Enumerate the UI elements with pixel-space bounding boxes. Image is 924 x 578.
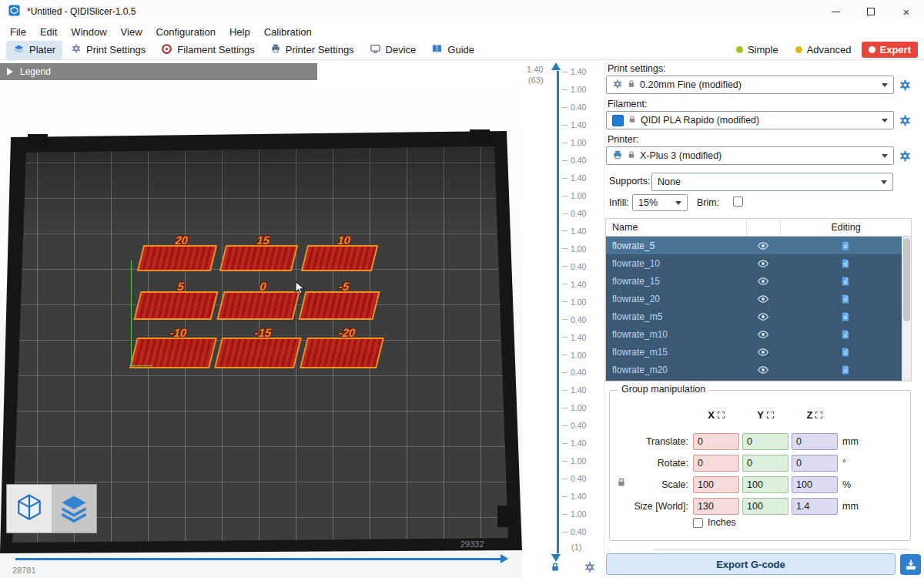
printer-combo[interactable]: X-Plus 3 (modified) [606, 146, 894, 165]
visibility-eye-icon[interactable] [746, 240, 780, 252]
layer-slider-top-handle[interactable] [551, 62, 561, 70]
scale-x-field[interactable]: 100 [693, 476, 739, 493]
lock-icon [627, 79, 636, 91]
model-object[interactable]: 10 [301, 245, 378, 271]
tab-filament-settings[interactable]: Filament Settings [154, 41, 261, 59]
table-row[interactable]: flowrate_m5 [606, 307, 911, 325]
supports-combo[interactable]: None [651, 173, 893, 191]
menu-view[interactable]: View [114, 25, 149, 39]
rotate-x-field[interactable]: 0 [693, 455, 739, 472]
tab-guide[interactable]: Guide [424, 41, 481, 59]
3d-viewport[interactable]: Legend 20 15 10 5 0 -5 -10 -15 -20 [0, 60, 522, 578]
size-y-field[interactable]: 100 [742, 498, 788, 515]
menu-help[interactable]: Help [223, 25, 257, 39]
visibility-eye-icon[interactable] [746, 293, 780, 305]
menu-calibration[interactable]: Calibration [257, 25, 319, 39]
table-row[interactable]: flowrate_15 [606, 272, 911, 290]
maximize-button[interactable] [853, 0, 889, 23]
layer-settings-gear-icon[interactable] [584, 561, 596, 576]
horizontal-slider[interactable] [15, 558, 500, 560]
inches-checkbox[interactable] [693, 518, 703, 528]
size-z-field[interactable]: 1.4 [792, 498, 838, 515]
minimize-button[interactable] [818, 0, 853, 23]
menu-edit[interactable]: Edit [33, 25, 64, 39]
selection-box-line [131, 260, 132, 365]
close-button[interactable]: × [889, 0, 924, 23]
visibility-eye-icon[interactable] [746, 311, 780, 323]
mode-expert-label: Expert [880, 44, 911, 55]
edit-object-icon[interactable] [780, 347, 911, 358]
edit-object-icon[interactable] [780, 258, 911, 269]
3d-editor-view-button[interactable] [7, 485, 52, 533]
menu-configuration[interactable]: Configuration [149, 25, 223, 39]
model-object[interactable]: 15 [219, 245, 298, 271]
object-list-scrollbar[interactable] [902, 237, 911, 381]
scrollbar-thumb[interactable] [903, 238, 910, 321]
table-row[interactable]: flowrate_m10 [606, 325, 911, 343]
send-to-printer-icon[interactable] [900, 554, 921, 575]
filament-edit-button[interactable] [897, 113, 912, 128]
visibility-eye-icon[interactable] [746, 257, 780, 270]
model-object[interactable]: -20 [300, 338, 384, 368]
layer-slider-track[interactable] [557, 71, 559, 553]
tab-print-settings[interactable]: Print Settings [64, 41, 152, 59]
translate-y-field[interactable]: 0 [742, 433, 788, 450]
print-settings-edit-button[interactable] [897, 77, 912, 92]
horizontal-slider-arrow-icon[interactable] [500, 554, 508, 563]
model-object[interactable]: -5 [298, 291, 380, 320]
edit-object-icon[interactable] [780, 311, 911, 322]
model-object[interactable]: 20 [137, 245, 217, 271]
translate-z-field[interactable]: 0 [792, 433, 838, 450]
brim-checkbox[interactable] [733, 197, 743, 207]
model-object[interactable]: 5 [133, 291, 218, 320]
axis-x-icon[interactable] [718, 412, 725, 418]
table-row[interactable]: flowrate_m15 [606, 343, 911, 361]
model-object[interactable]: -15 [214, 338, 302, 368]
scale-z-field[interactable]: 100 [792, 476, 838, 493]
tab-device[interactable]: Device [363, 41, 424, 59]
edit-object-icon[interactable] [780, 329, 911, 340]
axis-z-icon[interactable] [815, 412, 822, 418]
advanced-mode-dot-icon [795, 46, 802, 53]
menu-file[interactable]: File [3, 25, 33, 39]
table-row[interactable]: flowrate_5 [606, 237, 911, 254]
printer-edit-button[interactable] [897, 148, 912, 163]
legend-collapse-bar[interactable]: Legend [0, 63, 317, 80]
rotate-z-field[interactable]: 0 [792, 455, 838, 472]
table-row[interactable]: flowrate_20 [606, 290, 911, 307]
infill-combo[interactable]: 15% [632, 194, 688, 211]
print-settings-combo[interactable]: 0.20mm Fine (modified) [606, 76, 894, 94]
table-row[interactable]: flowrate_m20 [606, 361, 911, 378]
axis-y-icon[interactable] [767, 412, 774, 418]
tab-printer-settings[interactable]: Printer Settings [263, 41, 361, 59]
mode-expert[interactable]: Expert [862, 42, 918, 58]
edit-object-icon[interactable] [780, 365, 911, 375]
translate-x-field[interactable]: 0 [693, 433, 739, 450]
visibility-eye-icon[interactable] [746, 275, 780, 287]
menu-window[interactable]: Window [64, 25, 113, 39]
lock-icon [628, 115, 637, 126]
uniform-scale-lock-icon[interactable] [616, 477, 627, 490]
filament-combo[interactable]: QIDI PLA Rapido (modified) [606, 111, 894, 129]
export-gcode-button[interactable]: Export G-code [606, 553, 896, 575]
mode-advanced[interactable]: Advanced [788, 42, 859, 58]
visibility-eye-icon[interactable] [746, 364, 780, 376]
model-object[interactable]: 0 [216, 291, 300, 320]
visibility-column-header[interactable] [746, 219, 780, 236]
size-x-field[interactable]: 130 [693, 498, 739, 515]
layer-lock-icon[interactable] [550, 562, 561, 575]
scale-y-field[interactable]: 100 [742, 476, 788, 493]
rotate-y-field[interactable]: 0 [742, 455, 788, 472]
preview-layers-view-button[interactable] [52, 485, 96, 533]
model-object[interactable]: -10 [129, 338, 217, 368]
edit-object-icon[interactable] [780, 294, 911, 304]
edit-object-icon[interactable] [780, 240, 911, 251]
editing-column-header[interactable]: Editing [780, 219, 911, 236]
visibility-eye-icon[interactable] [746, 328, 780, 341]
mode-simple[interactable]: Simple [729, 42, 785, 58]
tab-plater[interactable]: Plater [6, 41, 62, 59]
table-row[interactable]: flowrate_10 [606, 254, 911, 272]
visibility-eye-icon[interactable] [746, 346, 780, 358]
name-column-header[interactable]: Name [606, 222, 746, 233]
edit-object-icon[interactable] [780, 276, 911, 287]
